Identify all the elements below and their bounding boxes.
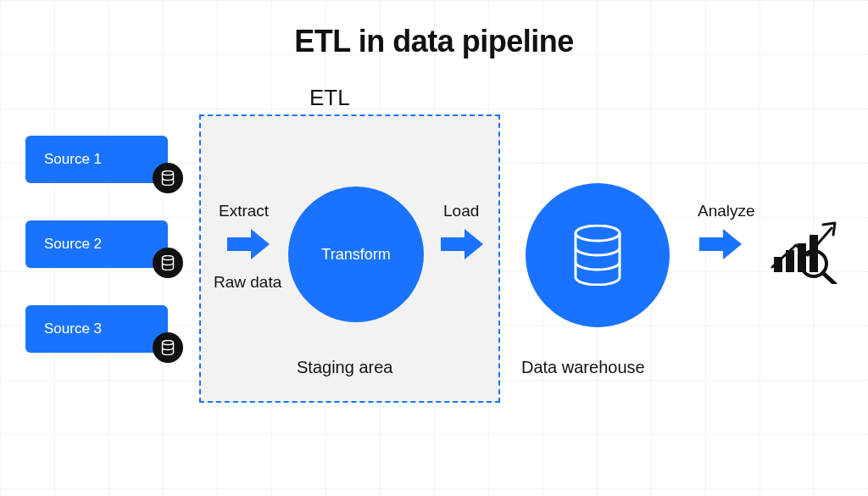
svg-line-10 [823, 273, 835, 284]
svg-point-3 [576, 226, 620, 241]
svg-rect-5 [786, 250, 794, 272]
raw-data-label: Raw data [214, 273, 281, 292]
source-2-box: Source 2 [25, 220, 168, 268]
source-2-label: Source 2 [44, 236, 102, 253]
svg-rect-4 [774, 257, 782, 272]
staging-area-label: Staging area [297, 358, 392, 377]
extract-arrow-icon [227, 229, 270, 259]
database-icon [161, 340, 175, 355]
svg-point-1 [163, 256, 174, 260]
database-icon [161, 170, 175, 186]
svg-point-0 [163, 171, 174, 176]
source-3-box: Source 3 [25, 305, 168, 353]
database-icon [161, 255, 175, 270]
data-warehouse-label: Data warehouse [521, 358, 645, 377]
load-arrow-icon [441, 229, 483, 259]
source-1-db-icon [153, 163, 183, 193]
analyze-label: Analyze [698, 202, 755, 220]
transform-node: Transform [288, 187, 424, 322]
svg-point-2 [163, 341, 174, 345]
etl-section-label: ETL [309, 85, 350, 111]
warehouse-database-icon [570, 225, 625, 286]
transform-label: Transform [321, 246, 390, 264]
load-label: Load [443, 202, 479, 220]
analytics-icon [767, 208, 843, 284]
source-2-db-icon [153, 248, 183, 278]
source-1-box: Source 1 [25, 136, 168, 183]
extract-label: Extract [219, 202, 269, 220]
source-3-db-icon [153, 332, 183, 363]
analyze-arrow-icon [699, 229, 742, 259]
source-3-label: Source 3 [44, 320, 102, 337]
diagram-title: ETL in data pipeline [0, 24, 868, 59]
source-1-label: Source 1 [44, 151, 102, 168]
svg-point-9 [804, 254, 823, 273]
data-warehouse-node [526, 183, 670, 327]
